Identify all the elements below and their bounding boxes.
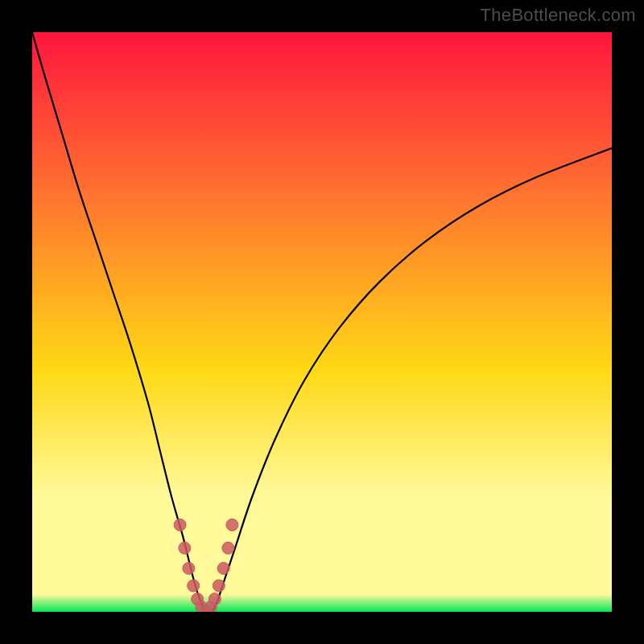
highlight-dot (222, 542, 234, 554)
chart-svg (32, 32, 612, 612)
highlight-dot (188, 580, 200, 592)
chart-frame: TheBottleneck.com (0, 0, 644, 644)
highlight-dot (183, 563, 195, 575)
watermark-text: TheBottleneck.com (481, 5, 636, 26)
gradient-background (32, 32, 612, 612)
plot-area (32, 32, 612, 612)
highlight-dot (217, 563, 229, 575)
highlight-dot (226, 519, 238, 531)
highlight-dot (179, 542, 191, 554)
highlight-dot (213, 580, 225, 592)
highlight-dot (208, 593, 221, 605)
highlight-dot (174, 519, 186, 531)
